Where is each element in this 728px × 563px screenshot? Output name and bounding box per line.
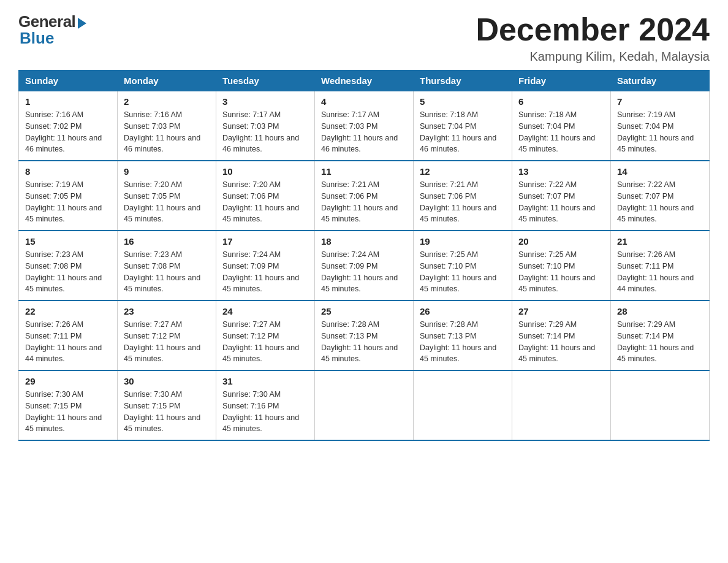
weekday-header-thursday: Thursday <box>414 71 512 91</box>
calendar-cell: 28Sunrise: 7:29 AMSunset: 7:14 PMDayligh… <box>611 301 710 370</box>
calendar-cell: 24Sunrise: 7:27 AMSunset: 7:12 PMDayligh… <box>216 301 315 370</box>
calendar-cell: 26Sunrise: 7:28 AMSunset: 7:13 PMDayligh… <box>414 301 512 370</box>
week-row-3: 15Sunrise: 7:23 AMSunset: 7:08 PMDayligh… <box>19 231 710 301</box>
day-number: 25 <box>321 306 407 316</box>
weekday-header-wednesday: Wednesday <box>315 71 414 91</box>
day-info: Sunrise: 7:17 AMSunset: 7:03 PMDaylight:… <box>321 109 407 155</box>
calendar-table: SundayMondayTuesdayWednesdayThursdayFrid… <box>18 70 710 441</box>
day-info: Sunrise: 7:28 AMSunset: 7:13 PMDaylight:… <box>420 319 506 365</box>
title-block: December 2024 Kampung Kilim, Kedah, Mala… <box>476 12 710 64</box>
day-info: Sunrise: 7:28 AMSunset: 7:13 PMDaylight:… <box>321 319 407 365</box>
day-number: 23 <box>124 306 210 316</box>
day-info: Sunrise: 7:21 AMSunset: 7:06 PMDaylight:… <box>420 179 506 225</box>
weekday-header-monday: Monday <box>118 71 216 91</box>
day-info: Sunrise: 7:22 AMSunset: 7:07 PMDaylight:… <box>617 179 703 225</box>
day-number: 21 <box>617 236 703 247</box>
weekday-header-friday: Friday <box>512 71 611 91</box>
calendar-cell: 9Sunrise: 7:20 AMSunset: 7:05 PMDaylight… <box>118 161 216 231</box>
day-info: Sunrise: 7:23 AMSunset: 7:08 PMDaylight:… <box>25 249 111 295</box>
day-info: Sunrise: 7:19 AMSunset: 7:05 PMDaylight:… <box>25 179 111 225</box>
day-info: Sunrise: 7:17 AMSunset: 7:03 PMDaylight:… <box>222 109 308 155</box>
calendar-cell: 15Sunrise: 7:23 AMSunset: 7:08 PMDayligh… <box>19 231 118 301</box>
calendar-cell: 29Sunrise: 7:30 AMSunset: 7:15 PMDayligh… <box>19 370 118 440</box>
calendar-cell: 5Sunrise: 7:18 AMSunset: 7:04 PMDaylight… <box>414 91 512 161</box>
day-number: 3 <box>222 96 308 107</box>
calendar-cell: 30Sunrise: 7:30 AMSunset: 7:15 PMDayligh… <box>118 370 216 440</box>
location-text: Kampung Kilim, Kedah, Malaysia <box>476 50 710 64</box>
day-number: 1 <box>25 96 111 107</box>
day-number: 22 <box>25 306 111 316</box>
day-info: Sunrise: 7:16 AMSunset: 7:03 PMDaylight:… <box>124 109 210 155</box>
calendar-cell: 8Sunrise: 7:19 AMSunset: 7:05 PMDaylight… <box>19 161 118 231</box>
page-header: General Blue December 2024 Kampung Kilim… <box>18 12 710 64</box>
week-row-2: 8Sunrise: 7:19 AMSunset: 7:05 PMDaylight… <box>19 161 710 231</box>
day-number: 4 <box>321 96 407 107</box>
calendar-cell: 13Sunrise: 7:22 AMSunset: 7:07 PMDayligh… <box>512 161 611 231</box>
calendar-cell: 4Sunrise: 7:17 AMSunset: 7:03 PMDaylight… <box>315 91 414 161</box>
day-number: 26 <box>420 306 506 316</box>
day-number: 10 <box>222 166 308 177</box>
day-info: Sunrise: 7:30 AMSunset: 7:15 PMDaylight:… <box>124 389 210 435</box>
logo: General Blue <box>18 12 86 48</box>
weekday-header-tuesday: Tuesday <box>216 71 315 91</box>
day-info: Sunrise: 7:18 AMSunset: 7:04 PMDaylight:… <box>420 109 506 155</box>
calendar-cell: 7Sunrise: 7:19 AMSunset: 7:04 PMDaylight… <box>611 91 710 161</box>
day-number: 5 <box>420 96 506 107</box>
day-info: Sunrise: 7:25 AMSunset: 7:10 PMDaylight:… <box>518 249 604 295</box>
calendar-cell: 12Sunrise: 7:21 AMSunset: 7:06 PMDayligh… <box>414 161 512 231</box>
day-info: Sunrise: 7:25 AMSunset: 7:10 PMDaylight:… <box>420 249 506 295</box>
day-info: Sunrise: 7:30 AMSunset: 7:16 PMDaylight:… <box>222 389 308 435</box>
calendar-cell <box>512 370 611 440</box>
weekday-header-sunday: Sunday <box>19 71 118 91</box>
day-number: 28 <box>617 306 703 316</box>
logo-arrow-icon <box>78 18 86 29</box>
day-info: Sunrise: 7:27 AMSunset: 7:12 PMDaylight:… <box>124 319 210 365</box>
day-info: Sunrise: 7:23 AMSunset: 7:08 PMDaylight:… <box>124 249 210 295</box>
day-number: 13 <box>518 166 604 177</box>
calendar-cell: 11Sunrise: 7:21 AMSunset: 7:06 PMDayligh… <box>315 161 414 231</box>
day-number: 16 <box>124 236 210 247</box>
day-info: Sunrise: 7:29 AMSunset: 7:14 PMDaylight:… <box>518 319 604 365</box>
day-info: Sunrise: 7:21 AMSunset: 7:06 PMDaylight:… <box>321 179 407 225</box>
calendar-cell: 25Sunrise: 7:28 AMSunset: 7:13 PMDayligh… <box>315 301 414 370</box>
calendar-cell: 19Sunrise: 7:25 AMSunset: 7:10 PMDayligh… <box>414 231 512 301</box>
calendar-cell: 23Sunrise: 7:27 AMSunset: 7:12 PMDayligh… <box>118 301 216 370</box>
day-number: 15 <box>25 236 111 247</box>
calendar-cell: 20Sunrise: 7:25 AMSunset: 7:10 PMDayligh… <box>512 231 611 301</box>
week-row-5: 29Sunrise: 7:30 AMSunset: 7:15 PMDayligh… <box>19 370 710 440</box>
day-info: Sunrise: 7:20 AMSunset: 7:06 PMDaylight:… <box>222 179 308 225</box>
calendar-cell <box>315 370 414 440</box>
calendar-cell: 27Sunrise: 7:29 AMSunset: 7:14 PMDayligh… <box>512 301 611 370</box>
calendar-cell: 6Sunrise: 7:18 AMSunset: 7:04 PMDaylight… <box>512 91 611 161</box>
calendar-cell <box>611 370 710 440</box>
day-number: 9 <box>124 166 210 177</box>
calendar-cell <box>414 370 512 440</box>
day-number: 14 <box>617 166 703 177</box>
calendar-cell: 22Sunrise: 7:26 AMSunset: 7:11 PMDayligh… <box>19 301 118 370</box>
day-number: 6 <box>518 96 604 107</box>
calendar-cell: 14Sunrise: 7:22 AMSunset: 7:07 PMDayligh… <box>611 161 710 231</box>
day-info: Sunrise: 7:24 AMSunset: 7:09 PMDaylight:… <box>321 249 407 295</box>
day-number: 12 <box>420 166 506 177</box>
day-number: 18 <box>321 236 407 247</box>
day-number: 17 <box>222 236 308 247</box>
day-info: Sunrise: 7:18 AMSunset: 7:04 PMDaylight:… <box>518 109 604 155</box>
day-number: 7 <box>617 96 703 107</box>
day-number: 24 <box>222 306 308 316</box>
day-number: 2 <box>124 96 210 107</box>
weekday-header-saturday: Saturday <box>611 71 710 91</box>
calendar-cell: 17Sunrise: 7:24 AMSunset: 7:09 PMDayligh… <box>216 231 315 301</box>
day-info: Sunrise: 7:26 AMSunset: 7:11 PMDaylight:… <box>617 249 703 295</box>
calendar-cell: 3Sunrise: 7:17 AMSunset: 7:03 PMDaylight… <box>216 91 315 161</box>
week-row-1: 1Sunrise: 7:16 AMSunset: 7:02 PMDaylight… <box>19 91 710 161</box>
weekday-header-row: SundayMondayTuesdayWednesdayThursdayFrid… <box>19 71 710 91</box>
day-info: Sunrise: 7:16 AMSunset: 7:02 PMDaylight:… <box>25 109 111 155</box>
day-number: 20 <box>518 236 604 247</box>
day-info: Sunrise: 7:30 AMSunset: 7:15 PMDaylight:… <box>25 389 111 435</box>
calendar-cell: 21Sunrise: 7:26 AMSunset: 7:11 PMDayligh… <box>611 231 710 301</box>
day-info: Sunrise: 7:20 AMSunset: 7:05 PMDaylight:… <box>124 179 210 225</box>
calendar-cell: 18Sunrise: 7:24 AMSunset: 7:09 PMDayligh… <box>315 231 414 301</box>
day-number: 31 <box>222 376 308 386</box>
day-info: Sunrise: 7:24 AMSunset: 7:09 PMDaylight:… <box>222 249 308 295</box>
day-number: 30 <box>124 376 210 386</box>
